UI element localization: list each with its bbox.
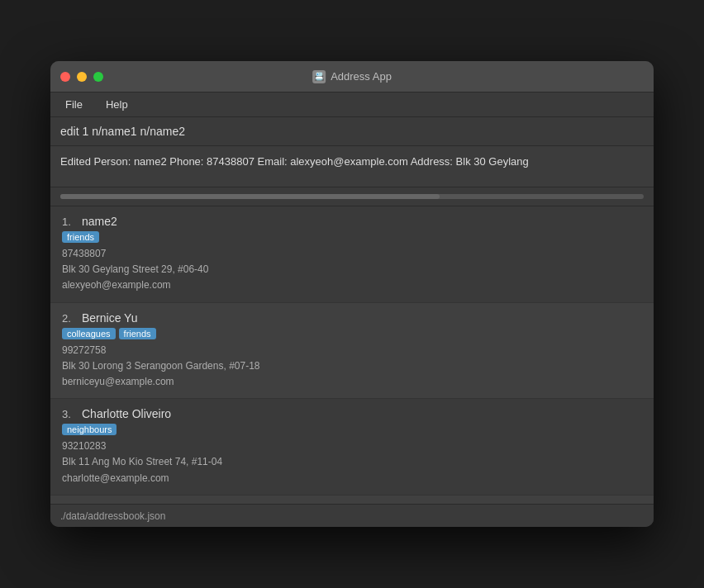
tag: friends: [62, 231, 99, 243]
item-number: 3.: [62, 408, 78, 420]
maximize-button[interactable]: [93, 72, 103, 82]
tag: colleagues: [62, 328, 116, 339]
item-name: Bernice Yu: [82, 311, 137, 325]
minimize-button[interactable]: [77, 72, 87, 82]
list-item[interactable]: 1. name2 friends 87438807 Blk 30 Geylang…: [50, 206, 654, 303]
window-title: 📇 Address App: [312, 70, 392, 83]
status-bar: ./data/addressbook.json: [50, 504, 654, 527]
title-bar: 📇 Address App: [50, 61, 654, 92]
app-window: 📇 Address App File Help Edited Person: n…: [50, 61, 654, 527]
item-header: 2. Bernice Yu: [62, 311, 644, 325]
tag: neighbours: [62, 424, 117, 435]
command-area[interactable]: [50, 117, 654, 146]
progress-fill: [60, 194, 440, 199]
command-input[interactable]: [60, 125, 644, 138]
item-phone: 99272758: [62, 343, 644, 358]
app-icon: 📇: [312, 70, 326, 83]
item-address: Blk 30 Lorong 3 Serangoon Gardens, #07-1…: [62, 358, 644, 374]
item-header: 1. name2: [62, 215, 644, 228]
output-text: Edited Person: name2 Phone: 87438807 Ema…: [60, 154, 644, 169]
item-email: alexyeoh@example.com: [62, 277, 644, 293]
progress-track: [60, 194, 644, 199]
item-address: Blk 30 Geylang Street 29, #06-40: [62, 262, 644, 277]
menu-file[interactable]: File: [60, 97, 88, 112]
item-number: 2.: [62, 312, 78, 325]
item-email: berniceyu@example.com: [62, 374, 644, 390]
list-item[interactable]: 3. Charlotte Oliveiro neighbours 9321028…: [50, 399, 654, 496]
contact-list[interactable]: 1. name2 friends 87438807 Blk 30 Geylang…: [50, 206, 654, 504]
menu-help[interactable]: Help: [101, 97, 133, 112]
title-text: Address App: [331, 70, 392, 83]
item-header: 3. Charlotte Oliveiro: [62, 407, 644, 420]
close-button[interactable]: [60, 72, 70, 82]
item-name: Charlotte Oliveiro: [82, 407, 171, 420]
item-phone: 87438807: [62, 246, 644, 262]
status-text: ./data/addressbook.json: [60, 510, 165, 522]
tag: friends: [119, 328, 156, 339]
tag-list: neighbours: [62, 424, 644, 435]
item-name: name2: [82, 215, 117, 228]
progress-area: [50, 187, 654, 206]
item-email: charlotte@example.com: [62, 471, 644, 486]
output-area: Edited Person: name2 Phone: 87438807 Ema…: [50, 146, 654, 187]
tag-list: colleagues friends: [62, 328, 644, 339]
item-number: 1.: [62, 216, 78, 228]
list-item[interactable]: 2. Bernice Yu colleagues friends 9927275…: [50, 303, 654, 400]
traffic-lights: [60, 72, 103, 82]
menu-bar: File Help: [50, 92, 654, 117]
item-phone: 93210283: [62, 439, 644, 454]
list-item[interactable]: 4. David Li: [50, 496, 654, 504]
tag-list: friends: [62, 231, 644, 243]
item-address: Blk 11 Ang Mo Kio Street 74, #11-04: [62, 454, 644, 470]
